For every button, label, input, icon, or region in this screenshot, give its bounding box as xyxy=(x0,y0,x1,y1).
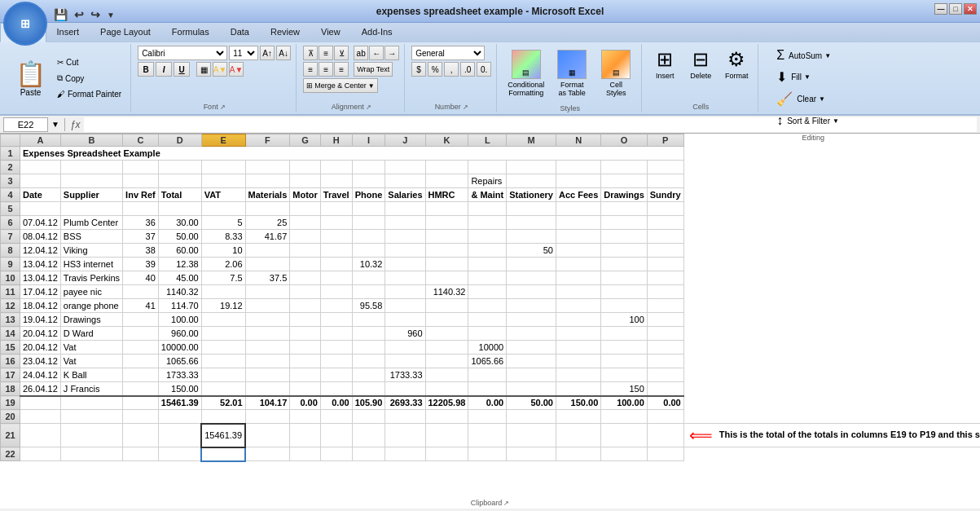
cell[interactable] xyxy=(601,299,648,313)
number-format-select[interactable]: General xyxy=(411,46,485,60)
tab-data[interactable]: Data xyxy=(220,23,260,42)
cell[interactable] xyxy=(425,258,468,271)
cell[interactable] xyxy=(320,313,352,327)
cell[interactable] xyxy=(123,341,159,355)
fill-dropdown-icon[interactable]: ▼ xyxy=(804,73,811,81)
alignment-expand-icon[interactable]: ↗ xyxy=(366,104,371,111)
cell[interactable] xyxy=(123,355,159,368)
row-header-14[interactable]: 14 xyxy=(1,327,20,341)
cell[interactable] xyxy=(425,368,468,382)
cell[interactable] xyxy=(123,174,159,188)
cell[interactable]: 2.06 xyxy=(201,258,245,271)
cell-reference-box[interactable] xyxy=(3,117,48,132)
cell[interactable] xyxy=(20,174,61,188)
row-header-4[interactable]: 4 xyxy=(1,188,20,202)
cell[interactable] xyxy=(123,382,159,396)
merge-center-button[interactable]: ⊞ Merge & Center ▼ xyxy=(303,78,377,93)
cell[interactable] xyxy=(352,285,385,299)
cell[interactable] xyxy=(385,244,425,258)
cell[interactable] xyxy=(352,244,385,258)
cell[interactable] xyxy=(425,341,468,355)
cell[interactable]: Materials xyxy=(245,188,290,202)
col-header-B[interactable]: B xyxy=(60,134,122,147)
col-header-H[interactable]: H xyxy=(320,134,352,147)
cell[interactable] xyxy=(320,285,352,299)
cell[interactable] xyxy=(507,368,556,382)
cell[interactable] xyxy=(385,382,425,396)
cell[interactable] xyxy=(123,410,159,424)
cell[interactable]: 150.00 xyxy=(556,396,600,410)
cell[interactable]: 50 xyxy=(507,244,556,258)
cell[interactable] xyxy=(123,368,159,382)
cell[interactable] xyxy=(556,327,600,341)
cell[interactable] xyxy=(290,382,321,396)
cut-button[interactable]: ✂ Cut xyxy=(53,55,125,69)
increase-font-button[interactable]: A↑ xyxy=(260,46,275,60)
cell[interactable] xyxy=(158,424,201,447)
col-header-M[interactable]: M xyxy=(507,134,556,147)
delete-button[interactable]: ⊟ Delete xyxy=(684,46,717,82)
row-header-18[interactable]: 18 xyxy=(1,382,20,396)
cell[interactable] xyxy=(507,285,556,299)
cell[interactable] xyxy=(290,174,321,188)
cell[interactable]: Vat xyxy=(60,355,122,368)
tab-insert[interactable]: Insert xyxy=(46,23,90,42)
cell[interactable] xyxy=(123,202,159,216)
bold-button[interactable]: B xyxy=(138,62,154,77)
row-header-2[interactable]: 2 xyxy=(1,161,20,174)
cell[interactable] xyxy=(245,368,290,382)
cell[interactable] xyxy=(290,244,321,258)
cell[interactable]: Drawings xyxy=(60,313,122,327)
cell[interactable] xyxy=(385,216,425,230)
cell[interactable] xyxy=(123,327,159,341)
cell[interactable] xyxy=(352,424,385,447)
cell[interactable]: Phone xyxy=(352,188,385,202)
cell[interactable] xyxy=(556,285,600,299)
cell[interactable] xyxy=(320,161,352,174)
cell[interactable] xyxy=(245,410,290,424)
cell[interactable] xyxy=(245,244,290,258)
row-header-6[interactable]: 6 xyxy=(1,216,20,230)
col-header-E[interactable]: E xyxy=(201,134,245,147)
cell[interactable]: Plumb Center xyxy=(60,216,122,230)
cell-styles-button[interactable]: ▤ Cell Styles xyxy=(595,46,636,101)
row-header-1[interactable]: 1 xyxy=(1,147,20,161)
underline-button[interactable]: U xyxy=(174,62,190,77)
cell[interactable]: Drawings xyxy=(601,188,648,202)
cell[interactable]: 114.70 xyxy=(158,299,201,313)
cell[interactable] xyxy=(385,341,425,355)
text-direction-button[interactable]: ab xyxy=(354,46,368,60)
cell[interactable]: 0.00 xyxy=(647,396,683,410)
cell[interactable]: 10000 xyxy=(468,341,507,355)
cell[interactable] xyxy=(601,424,648,447)
tab-add-ins[interactable]: Add-Ins xyxy=(351,23,403,42)
cell[interactable] xyxy=(352,447,385,461)
cell[interactable] xyxy=(556,447,600,461)
col-header-N[interactable]: N xyxy=(556,134,600,147)
cell[interactable] xyxy=(647,174,683,188)
cell[interactable] xyxy=(320,341,352,355)
cell[interactable] xyxy=(245,447,290,461)
cell[interactable] xyxy=(556,161,600,174)
cell[interactable]: J Francis xyxy=(60,382,122,396)
cell[interactable]: 40 xyxy=(123,271,159,285)
font-size-select[interactable]: 11 xyxy=(229,46,258,60)
cell[interactable]: 41 xyxy=(123,299,159,313)
cell[interactable] xyxy=(601,258,648,271)
cell[interactable]: K Ball xyxy=(60,368,122,382)
cell[interactable] xyxy=(647,368,683,382)
cell[interactable] xyxy=(601,285,648,299)
cell[interactable] xyxy=(647,216,683,230)
cell[interactable] xyxy=(245,355,290,368)
cell[interactable] xyxy=(20,447,61,461)
cell[interactable] xyxy=(385,410,425,424)
font-expand-icon[interactable]: ↗ xyxy=(220,104,226,111)
row-header-20[interactable]: 20 xyxy=(1,410,20,424)
cell[interactable] xyxy=(352,355,385,368)
cell[interactable] xyxy=(425,382,468,396)
cell[interactable] xyxy=(352,313,385,327)
cell[interactable]: 15461.39 xyxy=(201,424,245,447)
cell[interactable] xyxy=(352,382,385,396)
cell[interactable]: HS3 internet xyxy=(60,258,122,271)
cell[interactable]: orange phone xyxy=(60,299,122,313)
